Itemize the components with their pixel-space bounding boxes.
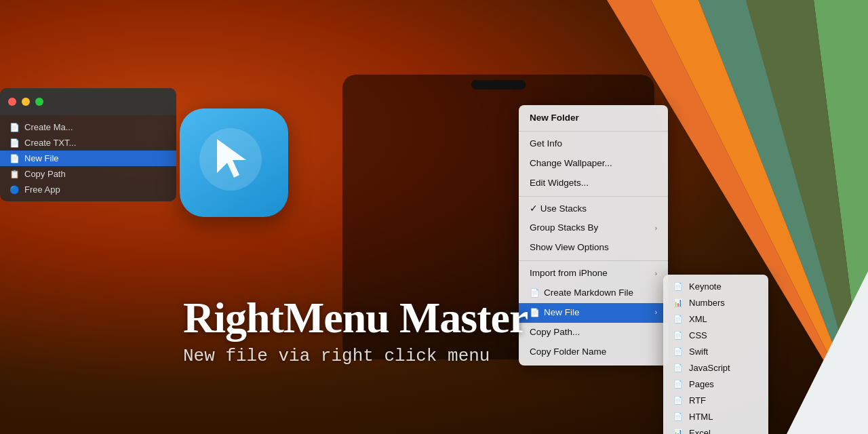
finder-row-create-txt: 📄 Create TXT...: [0, 135, 176, 151]
submenu-xml[interactable]: 📄 XML: [663, 311, 768, 327]
swift-icon: 📄: [673, 346, 684, 357]
javascript-icon: 📄: [673, 362, 684, 373]
main-title: RightMenu Master: [183, 293, 528, 343]
new-file-icon: 📄: [530, 307, 540, 319]
desktop-context-menu: New Folder Get Info Change Wallpaper... …: [519, 105, 668, 366]
file-icon: 📄: [9, 138, 19, 148]
ctx-group-stacks-by[interactable]: Group Stacks By ›: [519, 218, 668, 238]
rtf-icon: 📄: [673, 395, 684, 406]
ctx-import-from-iphone[interactable]: Import from iPhone ›: [519, 264, 668, 283]
app-icon: [180, 108, 288, 217]
markdown-file-icon: 📄: [530, 288, 540, 299]
file-icon: 📄: [9, 123, 19, 132]
ctx-get-info[interactable]: Get Info: [519, 134, 668, 154]
finder-window: 📄 Create Ma... 📄 Create TXT... 📄 New Fil…: [0, 88, 176, 201]
finder-row-create-md: 📄 Create Ma...: [0, 119, 176, 135]
ctx-edit-widgets[interactable]: Edit Widgets...: [519, 174, 668, 193]
sub-title: New file via right click menu: [183, 346, 528, 366]
ctx-show-view-options[interactable]: Show View Options: [519, 238, 668, 258]
submenu-keynote[interactable]: 📄 Keynote: [663, 278, 768, 294]
chevron-right-icon: ›: [655, 224, 657, 233]
excel-icon: 📊: [673, 427, 684, 434]
close-dot: [8, 98, 16, 106]
keynote-icon: 📄: [673, 281, 684, 292]
numbers-icon: 📊: [673, 297, 684, 308]
submenu-pages[interactable]: 📄 Pages: [663, 376, 768, 392]
submenu-swift[interactable]: 📄 Swift: [663, 343, 768, 359]
submenu-html[interactable]: 📄 HTML: [663, 408, 768, 425]
ctx-new-file[interactable]: 📄 New File ›: [519, 303, 668, 323]
submenu-numbers[interactable]: 📊 Numbers: [663, 294, 768, 311]
ctx-create-markdown[interactable]: 📄 Create Markdown File: [519, 283, 668, 303]
finder-row-free-app: 🔵 Free App: [0, 182, 176, 197]
ctx-copy-folder-name[interactable]: Copy Folder Name: [519, 342, 668, 362]
ctx-change-wallpaper[interactable]: Change Wallpaper...: [519, 154, 668, 174]
ctx-use-stacks[interactable]: ✓ Use Stacks: [519, 199, 668, 219]
separator-2: [519, 196, 668, 197]
app-icon-svg: [193, 122, 275, 203]
submenu-rtf[interactable]: 📄 RTF: [663, 392, 768, 408]
chevron-right-icon: ›: [655, 308, 657, 317]
pages-icon: 📄: [673, 378, 684, 389]
finder-content: 📄 Create Ma... 📄 Create TXT... 📄 New Fil…: [0, 115, 176, 201]
ctx-new-folder[interactable]: New Folder: [519, 108, 668, 128]
xml-icon: 📄: [673, 313, 684, 324]
css-icon: 📄: [673, 330, 684, 340]
copy-icon: 📋: [9, 170, 19, 179]
submenu-javascript[interactable]: 📄 JavaScript: [663, 359, 768, 376]
finder-row-copy-path: 📋 Copy Path: [0, 166, 176, 182]
submenu-excel[interactable]: 📊 Excel: [663, 425, 768, 434]
title-area: RightMenu Master New file via right clic…: [183, 293, 528, 366]
separator-3: [519, 260, 668, 261]
chevron-right-icon: ›: [655, 269, 657, 279]
finder-row-new-file[interactable]: 📄 New File: [0, 151, 176, 166]
app-icon-small: 🔵: [9, 185, 19, 195]
finder-toolbar: [0, 88, 176, 115]
expand-dot: [35, 98, 43, 106]
file-icon: 📄: [9, 154, 19, 163]
separator-1: [519, 131, 668, 132]
html-icon: 📄: [673, 411, 684, 422]
new-file-submenu: 📄 Keynote 📊 Numbers 📄 XML 📄 CSS 📄 Swift …: [663, 275, 768, 434]
phone-notch: [471, 80, 526, 90]
submenu-css[interactable]: 📄 CSS: [663, 327, 768, 343]
minimize-dot: [22, 98, 30, 106]
ctx-copy-path[interactable]: Copy Path...: [519, 323, 668, 342]
